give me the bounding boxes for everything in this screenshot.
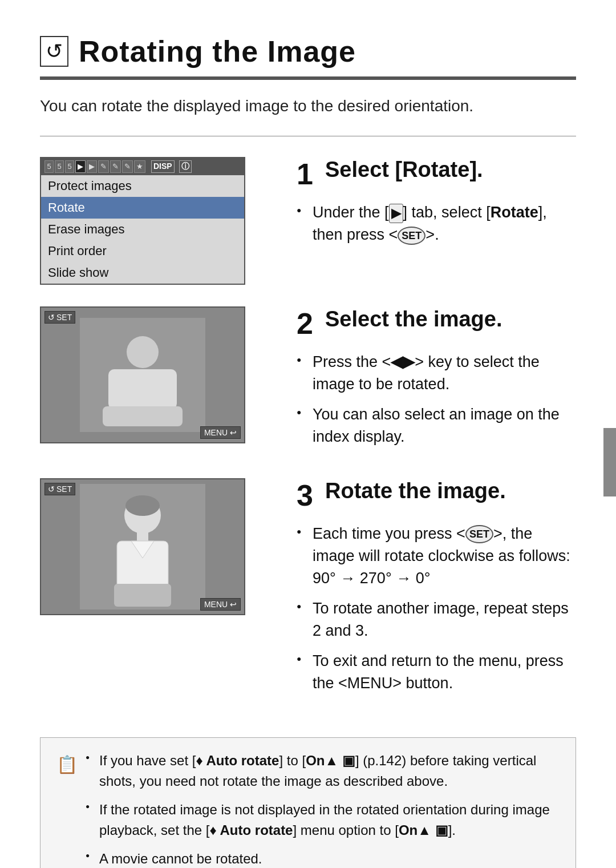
subtitle: You can rotate the displayed image to th… <box>40 97 576 115</box>
tab-5: ▶ <box>87 160 97 173</box>
tab-9: ★ <box>134 160 145 173</box>
rotate-badge-icon: ↺ <box>48 313 55 322</box>
page-title: Rotating the Image <box>79 34 356 68</box>
person-svg-upright <box>80 484 205 609</box>
page-container: ↺ Rotating the Image You can rotate the … <box>0 0 616 868</box>
step-1-bullet-1: Under the [▶] tab, select [Rotate], then… <box>297 201 576 246</box>
side-tab <box>603 428 616 496</box>
step-2-row: ↺ SET MENU ↩ 2 Select the image. Press t… <box>40 306 576 457</box>
step-1-image: 5 5 5 ▶ ▶ ✎ ✎ ✎ ★ DISP ⓘ <box>40 157 268 285</box>
note-row: 📋 If you have set [♦ Auto rotate] to [On… <box>56 750 560 868</box>
step-3-bullet-1: Each time you press <SET>, the image wil… <box>297 523 576 590</box>
menu-item-slideshow[interactable]: Slide show <box>41 262 244 284</box>
set-icon-3: SET <box>465 525 493 543</box>
step-2-content: 2 Select the image. Press the <◀▶> key t… <box>297 306 576 457</box>
step-3-number: 3 <box>297 478 325 512</box>
disp-label: DISP <box>151 160 175 173</box>
step-3-row: ↺ SET MENU ↩ 3 Rotate the image. Each ti… <box>40 478 576 703</box>
rotate-icon: ↺ <box>40 36 68 67</box>
tab-7: ✎ <box>110 160 121 173</box>
svg-point-1 <box>127 336 159 368</box>
menu-badge-2: MENU ↩ <box>200 426 241 439</box>
set-button-icon: SET <box>398 227 425 245</box>
svg-rect-3 <box>103 406 183 426</box>
step-2-title: Select the image. <box>325 306 502 333</box>
set-badge-label-3: SET <box>56 485 72 494</box>
step-3-title: Rotate the image. <box>325 478 506 504</box>
menu-item-rotate[interactable]: Rotate <box>41 197 244 219</box>
note-icon: 📋 <box>56 752 78 777</box>
title-bar: ↺ Rotating the Image <box>40 34 576 80</box>
rotate-badge-icon-3: ↺ <box>48 485 55 494</box>
tab-6: ✎ <box>98 160 109 173</box>
menu-item-erase[interactable]: Erase images <box>41 219 244 240</box>
tab-1: 5 <box>44 160 54 173</box>
camera-screen-2: ↺ SET MENU ↩ <box>40 306 245 443</box>
step-3-content: 3 Rotate the image. Each time you press … <box>297 478 576 703</box>
step-3-image: ↺ SET MENU ↩ <box>40 478 268 615</box>
camera-screen-3: ↺ SET MENU ↩ <box>40 478 245 615</box>
tab-bracket-icon: ▶ <box>389 204 403 223</box>
step-3-bullet-3: To exit and return to the menu, press th… <box>297 650 576 695</box>
svg-point-6 <box>125 495 160 516</box>
tab-4-active: ▶ <box>75 160 86 173</box>
svg-rect-10 <box>114 584 171 607</box>
person-svg-landscape <box>80 318 205 432</box>
step-2-bullets: Press the <◀▶> key to select theimage to… <box>297 351 576 449</box>
set-badge-label: SET <box>56 313 72 322</box>
tab-icons: 5 5 5 ▶ ▶ ✎ ✎ ✎ ★ DISP ⓘ <box>44 160 192 173</box>
step-3-bullet-2: To rotate another image, repeat steps 2 … <box>297 597 576 642</box>
tab-2: 5 <box>55 160 64 173</box>
step-1-header: 1 Select [Rotate]. <box>297 157 576 191</box>
notes-list: If you have set [♦ Auto rotate] to [On▲ … <box>86 750 560 868</box>
step-2-number: 2 <box>297 306 325 341</box>
menu-item-protect[interactable]: Protect images <box>41 175 244 197</box>
note-item-3: A movie cannot be rotated. <box>86 849 560 868</box>
step-2-image: ↺ SET MENU ↩ <box>40 306 268 443</box>
step-3-header: 3 Rotate the image. <box>297 478 576 512</box>
svg-rect-2 <box>108 369 177 409</box>
tab-3: 5 <box>65 160 74 173</box>
menu-badge-3: MENU ↩ <box>200 598 241 611</box>
note-item-2: If the rotated image is not displayed in… <box>86 800 560 841</box>
step-1-row: 5 5 5 ▶ ▶ ✎ ✎ ✎ ★ DISP ⓘ <box>40 157 576 285</box>
step-1-content: 1 Select [Rotate]. Under the [▶] tab, se… <box>297 157 576 254</box>
step-2-bullet-1: Press the <◀▶> key to select theimage to… <box>297 351 576 395</box>
notes-section: 📋 If you have set [♦ Auto rotate] to [On… <box>40 737 576 868</box>
camera-screen-inner-2 <box>41 308 244 442</box>
step-1-bullets: Under the [▶] tab, select [Rotate], then… <box>297 201 576 246</box>
tab-8: ✎ <box>122 160 133 173</box>
step-3-bullets: Each time you press <SET>, the image wil… <box>297 523 576 695</box>
divider <box>40 136 576 136</box>
note-item-1: If you have set [♦ Auto rotate] to [On▲ … <box>86 750 560 792</box>
svg-rect-7 <box>137 531 148 542</box>
camera-badge-3: ↺ SET <box>44 483 75 495</box>
step-2-bullet-2: You can also select an image on the inde… <box>297 403 576 448</box>
step-2-header: 2 Select the image. <box>297 306 576 341</box>
step-1-number: 1 <box>297 157 325 191</box>
menu-item-print[interactable]: Print order <box>41 240 244 262</box>
menu-screen: 5 5 5 ▶ ▶ ✎ ✎ ✎ ★ DISP ⓘ <box>40 157 245 285</box>
camera-screen-inner-3 <box>41 479 244 614</box>
info-label: ⓘ <box>179 160 192 173</box>
menu-top-bar: 5 5 5 ▶ ▶ ✎ ✎ ✎ ★ DISP ⓘ <box>41 158 244 175</box>
step-1-title: Select [Rotate]. <box>325 157 483 183</box>
menu-items-list: Protect images Rotate Erase images Print… <box>41 175 244 284</box>
camera-badge-2: ↺ SET <box>44 311 75 324</box>
